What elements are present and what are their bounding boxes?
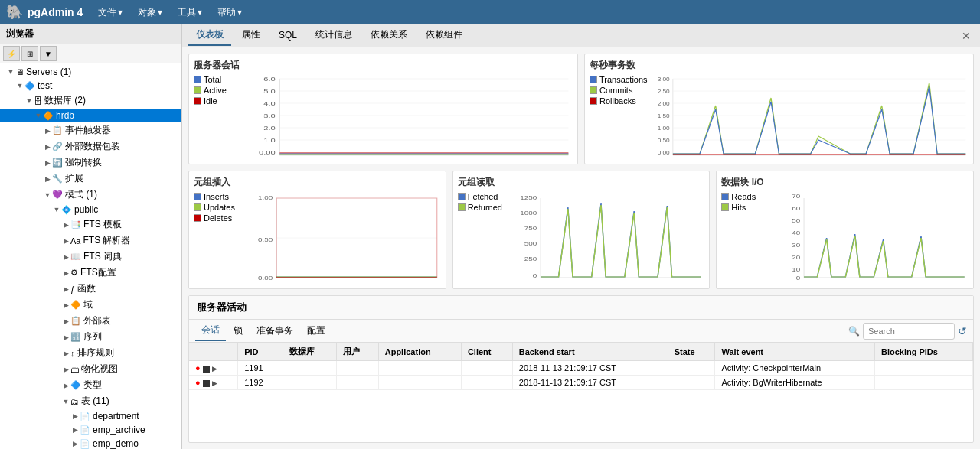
svg-text:1.0: 1.0 — [263, 137, 276, 144]
activity-tab-locks[interactable]: 锁 — [227, 321, 249, 340]
tree-arrow-sort: ▶ — [61, 350, 70, 357]
tab-properties[interactable]: 属性 — [234, 25, 268, 46]
sidebar-item-functions[interactable]: ▶ ƒ 函数 — [0, 281, 181, 297]
sidebar-item-test[interactable]: ▼ 🔷 test — [0, 79, 181, 93]
sidebar-item-fts-templates[interactable]: ▶ 📑 FTS 模板 — [0, 216, 181, 233]
tree-arrow-fts-t: ▶ — [61, 221, 70, 229]
sidebar-grid-btn[interactable]: ⊞ — [21, 46, 38, 61]
square-icon[interactable] — [203, 380, 210, 387]
tuples-in-chart-card: 元组插入 Inserts Updates — [188, 171, 446, 289]
cell-state — [668, 376, 715, 390]
sidebar-item-databases[interactable]: ▼ 🗄 数据库 (2) — [0, 93, 181, 109]
tuples-in-legend: Inserts Updates Deletes — [194, 192, 247, 284]
fts-dict-icon: 📖 — [70, 252, 81, 262]
sidebar-item-forced-conv[interactable]: ▶ 🔄 强制转换 — [0, 155, 181, 171]
transactions-legend-txn: Transactions — [590, 75, 648, 84]
sidebar-item-ext-tables[interactable]: ▶ 🔗 外部数据包装 — [0, 138, 181, 155]
svg-text:0.50: 0.50 — [258, 236, 273, 243]
sidebar-item-emp-demo[interactable]: ▶ 📄 emp_demo — [0, 437, 181, 449]
cell-database — [283, 376, 336, 390]
th-client[interactable]: Client — [461, 343, 512, 361]
activity-search-input[interactable] — [863, 323, 955, 340]
menu-file[interactable]: 文件▾ — [95, 5, 126, 21]
block-io-chart-card: 数据块 I/O Reads Hits — [716, 171, 974, 289]
square-icon[interactable] — [203, 366, 210, 373]
th-pid[interactable]: PID — [238, 343, 283, 361]
cell-blocking-pids — [874, 376, 972, 390]
deletes-legend: Deletes — [194, 213, 247, 223]
sidebar-item-domains[interactable]: ▶ 🔶 域 — [0, 297, 181, 313]
svg-text:4.0: 4.0 — [263, 100, 276, 107]
tab-sql[interactable]: SQL — [271, 27, 305, 45]
cell-client — [461, 376, 512, 390]
block-io-legend: Reads Hits — [721, 192, 775, 284]
sidebar-item-tables[interactable]: ▼ 🗂 表 (11) — [0, 393, 181, 409]
svg-text:10: 10 — [792, 266, 801, 273]
tab-dependencies[interactable]: 依赖关系 — [363, 25, 415, 46]
sessions-total-color — [194, 76, 201, 83]
inserts-legend: Inserts — [194, 192, 247, 201]
databases-icon: 🗄 — [34, 96, 42, 106]
search-area: 🔍 ↺ — [848, 323, 967, 340]
stop-icon[interactable]: ● — [195, 378, 201, 387]
svg-text:0.00: 0.00 — [259, 149, 276, 156]
stop-icon[interactable]: ● — [195, 363, 201, 373]
sidebar-item-emp-archive[interactable]: ▶ 📄 emp_archive — [0, 423, 181, 437]
th-blocking-pids[interactable]: Blocking PIDs — [874, 343, 972, 361]
tables-icon: 🗂 — [70, 397, 79, 406]
sort-icon: ↕ — [70, 349, 75, 358]
fetched-color — [458, 193, 466, 200]
elephant-icon: 🐘 — [6, 4, 23, 21]
sidebar-item-public[interactable]: ▼ 💠 public — [0, 203, 181, 216]
sidebar-item-fts-parsers[interactable]: ▶ Aa FTS 解析器 — [0, 233, 181, 249]
sidebar: 浏览器 ⚡ ⊞ ▼ ▼ 🖥 Servers (1) ▼ 🔷 test — [0, 24, 182, 449]
sidebar-item-sort-rules[interactable]: ▶ ↕ 排序规则 — [0, 345, 181, 361]
th-wait-event[interactable]: Wait event — [715, 343, 875, 361]
th-backend-start[interactable]: Backend start — [512, 343, 668, 361]
sidebar-item-fts-config[interactable]: ▶ ⚙ FTS配置 — [0, 265, 181, 281]
menu-object[interactable]: 对象▾ — [135, 5, 165, 21]
activity-tab-sessions[interactable]: 会话 — [195, 320, 226, 341]
sidebar-item-foreign-tables[interactable]: ▶ 📋 外部表 — [0, 313, 181, 329]
sidebar-item-hrdb[interactable]: ▼ 🔶 hrdb — [0, 109, 181, 122]
tuples-out-svg: 1250 1000 750 500 250 0 — [516, 192, 705, 284]
tuples-out-chart-card: 元组读取 Fetched Returned — [452, 171, 710, 289]
sidebar-item-fts-dict[interactable]: ▶ 📖 FTS 词典 — [0, 249, 181, 265]
activity-tab-prepared[interactable]: 准备事务 — [250, 321, 299, 340]
sidebar-item-mat-views[interactable]: ▶ 🗃 物化视图 — [0, 361, 181, 377]
th-database[interactable]: 数据库 — [283, 343, 336, 361]
tab-stats[interactable]: 统计信息 — [308, 25, 360, 46]
sidebar-item-sequences[interactable]: ▶ 🔢 序列 — [0, 329, 181, 345]
close-tab-btn[interactable]: ✕ — [959, 30, 974, 42]
sidebar-header: 浏览器 — [0, 24, 181, 44]
activity-tab-config[interactable]: 配置 — [301, 321, 332, 340]
activity-refresh-btn[interactable]: ↺ — [958, 325, 967, 337]
play-icon[interactable]: ▶ — [212, 379, 217, 387]
sidebar-item-extensions[interactable]: ▶ 🔧 扩展 — [0, 171, 181, 187]
svg-text:20: 20 — [792, 254, 801, 261]
sidebar-item-servers[interactable]: ▼ 🖥 Servers (1) — [0, 65, 181, 79]
sidebar-item-event-triggers[interactable]: ▶ 📋 事件触发器 — [0, 122, 181, 138]
txn-color — [590, 76, 597, 83]
menu-help[interactable]: 帮助▾ — [214, 5, 245, 21]
functions-icon: ƒ — [70, 285, 75, 294]
cell-pid: 1191 — [238, 361, 283, 376]
tree-arrow-ext2: ▶ — [43, 175, 52, 183]
deletes-color — [194, 214, 201, 222]
play-icon[interactable]: ▶ — [212, 365, 217, 373]
th-application[interactable]: Application — [378, 343, 461, 361]
table-row: ● ▶ 1192 2018-11-13 21:09:17 CST Activit… — [189, 376, 973, 390]
app-title: pgAdmin 4 — [28, 6, 83, 18]
sidebar-item-types[interactable]: ▶ 🔷 类型 — [0, 377, 181, 393]
sidebar-refresh-btn[interactable]: ⚡ — [3, 46, 20, 61]
sessions-legend-total: Total — [194, 75, 247, 84]
sidebar-item-department[interactable]: ▶ 📄 department — [0, 409, 181, 423]
sidebar-item-schemas[interactable]: ▼ 💜 模式 (1) — [0, 187, 181, 203]
th-state[interactable]: State — [668, 343, 715, 361]
extension-icon: 🔧 — [52, 174, 63, 184]
tab-dashboard[interactable]: 仪表板 — [188, 25, 231, 46]
sidebar-filter-btn[interactable]: ▼ — [40, 46, 57, 61]
th-user[interactable]: 用户 — [336, 343, 378, 361]
menu-tools[interactable]: 工具▾ — [175, 5, 205, 21]
tab-dependents[interactable]: 依赖组件 — [418, 25, 470, 46]
